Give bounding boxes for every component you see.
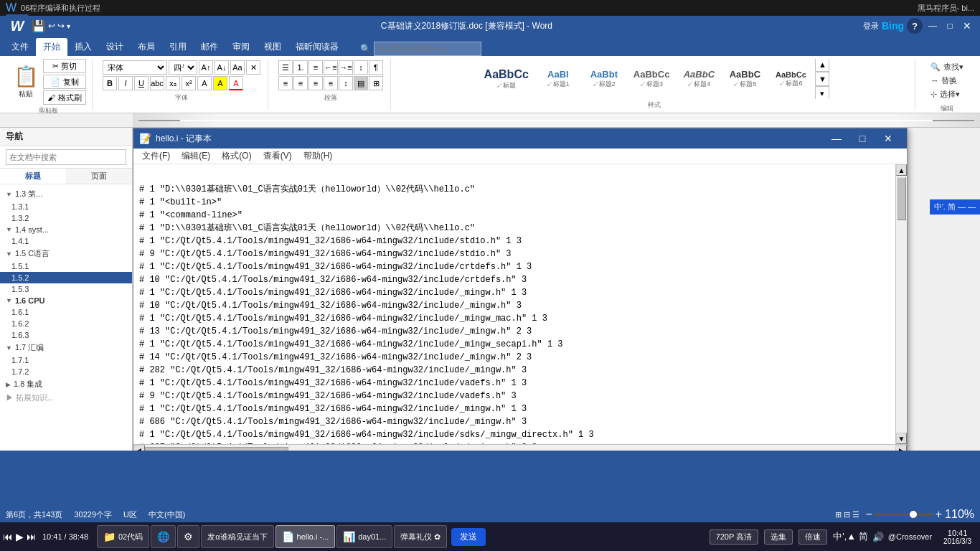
tab-layout[interactable]: 布局 — [131, 38, 162, 56]
nav-item-172[interactable]: 1.7.2 — [0, 366, 132, 377]
styles-more-btn[interactable]: ▾ — [815, 86, 829, 99]
volume-icon[interactable]: 🔊 — [872, 532, 884, 542]
underline-btn[interactable]: U — [134, 76, 149, 90]
font-decrease-btn[interactable]: A↓ — [215, 60, 229, 75]
ime-tray-icon[interactable]: 中',▲ 简 — [833, 530, 868, 543]
scroll-thumb[interactable] — [897, 177, 906, 220]
tab-insert[interactable]: 插入 — [67, 38, 99, 56]
nav-item-141[interactable]: 1.4.1 — [0, 235, 132, 247]
styles-up-btn[interactable]: ▲ — [815, 59, 829, 72]
paste-button[interactable]: 📋 粘贴 — [10, 62, 42, 102]
hscroll-right-btn[interactable]: ► — [895, 445, 907, 451]
notepad-menu-file[interactable]: 文件(F) — [136, 149, 176, 164]
nav-item-14[interactable]: ▼ 1.4 syst... — [0, 224, 132, 235]
media-play-btn[interactable]: ▶ — [16, 531, 24, 542]
notepad-menu-view[interactable]: 查看(V) — [258, 149, 298, 164]
indent-increase-btn[interactable]: →≡ — [339, 60, 353, 75]
notepad-minimize-btn[interactable]: — — [824, 128, 849, 149]
undo-btn[interactable]: ↩ — [48, 21, 55, 31]
tab-view[interactable]: 视图 — [257, 38, 288, 56]
tab-file[interactable]: 文件 — [4, 38, 36, 56]
zoom-out-word[interactable]: − — [865, 508, 872, 521]
notepad-scrollbar[interactable]: ▲ ▼ — [895, 164, 907, 444]
subscript-btn[interactable]: x₂ — [166, 76, 180, 90]
font-size-select[interactable]: 四号 — [169, 60, 197, 75]
italic-btn[interactable]: I — [118, 76, 133, 90]
taskbar-item-settings[interactable]: ⚙ — [177, 525, 199, 548]
strikethrough-btn[interactable]: abc — [150, 76, 164, 90]
indent-decrease-btn[interactable]: ←≡ — [324, 60, 338, 75]
style-heading4[interactable]: AaBbC ↙标题4 — [677, 59, 720, 99]
select-btn[interactable]: ⊹ 选择▾ — [930, 89, 963, 100]
notepad-content[interactable]: # 1 "D:\\0301基础班\\01_C语言实战01天（helloworld… — [133, 164, 895, 444]
notepad-menu-edit[interactable]: 编辑(E) — [176, 149, 216, 164]
login-text[interactable]: 登录 — [863, 21, 879, 32]
justify-btn[interactable]: ≡ — [324, 76, 338, 90]
font-color-btn[interactable]: A — [229, 76, 243, 90]
nav-item-132[interactable]: 1.3.2 — [0, 212, 132, 224]
media-prev-btn[interactable]: ⏮ — [3, 531, 13, 542]
nav-item-more[interactable]: ▶ 拓展知识... — [0, 391, 132, 405]
hscroll-thumb[interactable] — [145, 447, 288, 451]
ime-indicator[interactable]: 中'. 简 — — — [930, 199, 980, 215]
shading-btn[interactable]: ▤ — [354, 76, 368, 90]
taskbar-item-browser[interactable]: 🌐 — [151, 525, 176, 548]
tab-design[interactable]: 设计 — [99, 38, 131, 56]
nav-item-15[interactable]: ▼ 1.5 C语言 — [0, 247, 132, 260]
nav-item-152[interactable]: 1.5.2 — [0, 272, 132, 283]
tab-home[interactable]: 开始 — [36, 38, 67, 56]
notepad-menu-help[interactable]: 帮助(H) — [298, 149, 339, 164]
taskbar-item-document[interactable]: 发α谁稿见证当下 — [201, 525, 273, 548]
align-right-btn[interactable]: ≡ — [308, 76, 323, 90]
tab-mailings[interactable]: 邮件 — [194, 38, 225, 56]
numbering-btn[interactable]: 1. — [293, 60, 308, 75]
nav-tab-headings[interactable]: 标题 — [0, 169, 66, 184]
border-btn[interactable]: ⊞ — [369, 76, 383, 90]
font-name-select[interactable]: 宋体 — [103, 60, 167, 75]
hscroll-left-btn[interactable]: ◄ — [133, 445, 145, 451]
nav-item-13[interactable]: ▼ 1.3 第... — [0, 187, 132, 201]
media-next-btn[interactable]: ⏭ — [27, 531, 37, 542]
nav-item-17[interactable]: ▼ 1.7 汇编 — [0, 341, 132, 354]
copy-button[interactable]: 📄 复制 — [43, 75, 86, 89]
tab-review[interactable]: 审阅 — [225, 38, 257, 56]
superscript-btn[interactable]: x² — [182, 76, 196, 90]
save-btn[interactable]: 💾 — [32, 19, 46, 33]
scroll-up-btn[interactable]: ▲ — [896, 164, 907, 176]
style-heading[interactable]: AaBbCc ↙标题 — [479, 59, 534, 99]
text-effects-btn[interactable]: A — [197, 76, 212, 90]
nav-tab-pages[interactable]: 页面 — [66, 169, 132, 184]
nav-item-153[interactable]: 1.5.3 — [0, 283, 132, 295]
style-heading2[interactable]: AaBbt ↙标题2 — [583, 59, 626, 99]
tab-foxit[interactable]: 福昕阅读器 — [288, 38, 346, 56]
tab-references[interactable]: 引用 — [162, 38, 194, 56]
multilevel-btn[interactable]: ≡ — [308, 60, 323, 75]
nav-item-18[interactable]: ▶ 1.8 集成 — [0, 377, 132, 391]
nav-item-16[interactable]: ▼ 1.6 CPU — [0, 295, 132, 306]
nav-item-131[interactable]: 1.3.1 — [0, 201, 132, 212]
notepad-menu-format[interactable]: 格式(O) — [216, 149, 257, 164]
taskbar-item-folder[interactable]: 📁 02代码 — [97, 525, 149, 548]
style-heading6[interactable]: AaBbCc ↙标题6 — [769, 59, 812, 99]
bullets-btn[interactable]: ☰ — [278, 60, 293, 75]
style-heading5[interactable]: AaBbC ↙标题5 — [723, 59, 766, 99]
zoom-in-word[interactable]: + — [936, 508, 942, 521]
line-spacing-btn[interactable]: ↕ — [339, 76, 353, 90]
cut-button[interactable]: ✂ 剪切 — [43, 59, 86, 73]
select-episodes-btn[interactable]: 选集 — [764, 529, 793, 545]
redo-btn[interactable]: ↪ — [57, 21, 65, 31]
close-word-btn[interactable]: ✕ — [960, 19, 974, 33]
notepad-close-btn[interactable]: ✕ — [875, 128, 901, 149]
maximize-word-btn[interactable]: □ — [943, 19, 957, 33]
quality-btn[interactable]: 720P 高清 — [710, 529, 759, 545]
minimize-word-btn[interactable]: — — [925, 19, 940, 33]
sort-btn[interactable]: ↕ — [354, 60, 368, 75]
send-button[interactable]: 发送 — [451, 528, 486, 546]
font-increase-btn[interactable]: A↑ — [199, 60, 213, 75]
format-painter-button[interactable]: 🖌 格式刷 — [43, 90, 86, 105]
nav-item-161[interactable]: 1.6.1 — [0, 306, 132, 318]
style-heading3[interactable]: AaBbCc ↙标题3 — [628, 59, 675, 99]
help-button[interactable]: ? — [907, 18, 923, 34]
nav-search-input[interactable] — [6, 149, 126, 165]
ribbon-search-input[interactable] — [374, 42, 481, 56]
